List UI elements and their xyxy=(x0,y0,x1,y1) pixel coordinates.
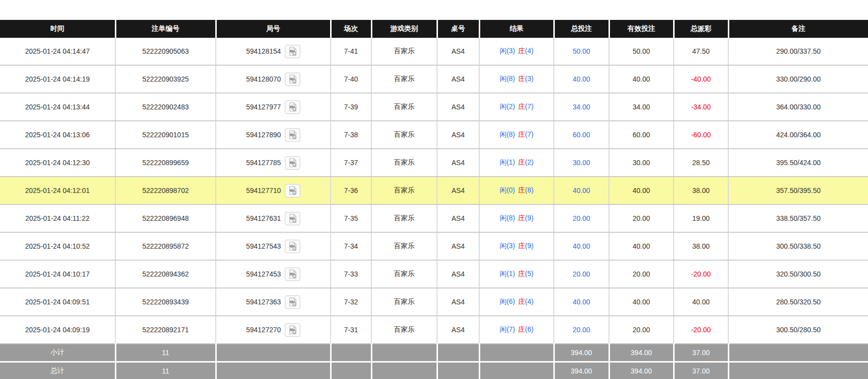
total-bet-cell: 40.00 xyxy=(554,177,609,204)
remark-cell: 290.00/337.50 xyxy=(728,38,868,65)
round-id-value: 594127631 xyxy=(246,214,281,222)
bet-id-cell: 522220902483 xyxy=(115,93,216,121)
result-cell: 闲(7)庄(6) xyxy=(479,316,554,344)
total-bet-link[interactable]: 60.00 xyxy=(573,131,590,139)
round-id-value: 594127543 xyxy=(246,242,281,250)
subtotal-count: 11 xyxy=(115,344,216,362)
result-cell: 闲(1)庄(2) xyxy=(479,149,554,177)
result-player: 闲(2) xyxy=(500,102,515,110)
record-row[interactable]: 2025-01-24 04:13:44 522220902483 5941279… xyxy=(0,93,868,121)
round-id-cell: 594127977 xyxy=(216,93,331,121)
col-header-result: 结果 xyxy=(479,20,554,38)
remark-cell: 364.00/330.00 xyxy=(728,93,868,121)
record-row[interactable]: 2025-01-24 04:10:17 522220894362 5941274… xyxy=(0,260,868,288)
payout-cell: -34.00 xyxy=(674,93,728,121)
video-replay-icon xyxy=(288,158,298,168)
payout-cell: 40.00 xyxy=(674,288,728,316)
session-cell: 7-36 xyxy=(331,177,371,204)
video-replay-button[interactable] xyxy=(285,240,300,253)
result-banker-label: 庄 xyxy=(518,270,525,278)
record-row[interactable]: 2025-01-24 04:13:06 522220901015 5941278… xyxy=(0,121,868,149)
total-bet-link[interactable]: 40.00 xyxy=(573,75,590,83)
subtotal-row: 小计 11 394.00 394.00 37.00 xyxy=(0,344,868,362)
video-replay-icon xyxy=(288,213,298,223)
video-replay-button[interactable] xyxy=(285,156,300,170)
result-cell: 闲(2)庄(7) xyxy=(479,93,554,121)
video-replay-button[interactable] xyxy=(285,268,300,281)
total-bet-link[interactable]: 40.00 xyxy=(573,298,590,306)
video-replay-button[interactable] xyxy=(285,45,300,58)
bet-id-cell: 522220893439 xyxy=(115,288,216,316)
total-bet-link[interactable]: 20.00 xyxy=(573,214,590,222)
game-type-cell: 百家乐 xyxy=(371,288,437,316)
video-replay-button[interactable] xyxy=(285,295,300,309)
result-banker-points: (4) xyxy=(525,297,533,305)
round-id-cell: 594127453 xyxy=(216,260,331,288)
result-player: 闲(1) xyxy=(500,158,515,166)
record-row[interactable]: 2025-01-24 04:11:22 522220896948 5941276… xyxy=(0,204,868,232)
result-banker-points: (3) xyxy=(525,75,533,83)
result-cell: 闲(8)庄(9) xyxy=(479,204,554,232)
table-body: 2025-01-24 04:14:47 522220905063 5941281… xyxy=(0,38,868,344)
total-bet-link[interactable]: 34.00 xyxy=(573,103,590,111)
total-label: 总计 xyxy=(0,362,115,379)
record-row[interactable]: 2025-01-24 04:12:01 522220898702 5941277… xyxy=(0,177,868,204)
result-cell: 闲(3)庄(4) xyxy=(479,38,554,65)
total-row: 总计 11 394.00 394.00 37.00 xyxy=(0,362,868,379)
total-bet-link[interactable]: 50.00 xyxy=(573,47,590,55)
table-no-cell: AS4 xyxy=(437,177,479,204)
video-replay-button[interactable] xyxy=(285,212,300,225)
payout-cell: 38.00 xyxy=(674,177,728,204)
record-row[interactable]: 2025-01-24 04:10:52 522220895872 5941275… xyxy=(0,232,868,260)
total-bet-link[interactable]: 40.00 xyxy=(573,242,590,250)
record-row[interactable]: 2025-01-24 04:14:47 522220905063 5941281… xyxy=(0,38,868,65)
total-spacer xyxy=(331,362,371,379)
total-bet-cell: 20.00 xyxy=(554,316,609,344)
col-header-valid-bet: 有效投注 xyxy=(609,20,674,38)
subtotal-spacer xyxy=(479,344,554,362)
result-player: 闲(6) xyxy=(500,297,515,305)
round-id-value: 594127890 xyxy=(246,131,281,139)
payout-cell: -20.00 xyxy=(674,316,728,344)
session-cell: 7-37 xyxy=(331,149,371,177)
session-cell: 7-38 xyxy=(331,121,371,149)
session-cell: 7-32 xyxy=(331,288,371,316)
time-cell: 2025-01-24 04:14:47 xyxy=(0,38,115,65)
record-row[interactable]: 2025-01-24 04:14:19 522220903925 5941280… xyxy=(0,65,868,93)
result-player: 闲(3) xyxy=(500,242,515,250)
session-cell: 7-35 xyxy=(331,204,371,232)
record-row[interactable]: 2025-01-24 04:09:51 522220893439 5941273… xyxy=(0,288,868,316)
round-id-value: 594127453 xyxy=(246,270,281,278)
total-bet-cell: 40.00 xyxy=(554,288,609,316)
remark-cell: 280.50/320.50 xyxy=(728,288,868,316)
video-replay-button[interactable] xyxy=(285,128,300,142)
result-cell: 闲(8)庄(3) xyxy=(479,65,554,93)
table-no-cell: AS4 xyxy=(437,65,479,93)
total-bet-link[interactable]: 30.00 xyxy=(573,159,590,167)
subtotal-total-bet: 394.00 xyxy=(554,344,609,362)
col-header-remark: 备注 xyxy=(728,20,868,38)
video-replay-button[interactable] xyxy=(285,323,300,337)
result-banker-label: 庄 xyxy=(518,75,525,83)
result-banker-points: (9) xyxy=(525,242,533,250)
result-banker-points: (7) xyxy=(525,130,533,138)
game-type-cell: 百家乐 xyxy=(371,316,437,344)
col-header-session: 场次 xyxy=(331,20,371,38)
video-replay-button[interactable] xyxy=(285,100,300,114)
video-replay-button[interactable] xyxy=(285,184,300,197)
result-player: 闲(8) xyxy=(500,130,515,138)
session-cell: 7-39 xyxy=(331,93,371,121)
remark-cell: 338.50/357.50 xyxy=(728,204,868,232)
total-bet-link[interactable]: 20.00 xyxy=(573,326,590,334)
round-id-value: 594127710 xyxy=(246,187,281,194)
video-replay-button[interactable] xyxy=(285,73,300,86)
total-bet-link[interactable]: 40.00 xyxy=(573,187,590,194)
record-row[interactable]: 2025-01-24 04:12:30 522220899659 5941277… xyxy=(0,149,868,177)
bet-id-cell: 522220905063 xyxy=(115,38,216,65)
result-banker-label: 庄 xyxy=(518,186,525,194)
time-cell: 2025-01-24 04:12:30 xyxy=(0,149,115,177)
record-row[interactable]: 2025-01-24 04:09:19 522220892171 5941272… xyxy=(0,316,868,344)
bet-records-table: 时间 注单编号 局号 场次 游戏类别 桌号 结果 总投注 有效投注 总派彩 备注… xyxy=(0,20,868,379)
total-bet-link[interactable]: 20.00 xyxy=(573,270,590,278)
time-cell: 2025-01-24 04:09:51 xyxy=(0,288,115,316)
